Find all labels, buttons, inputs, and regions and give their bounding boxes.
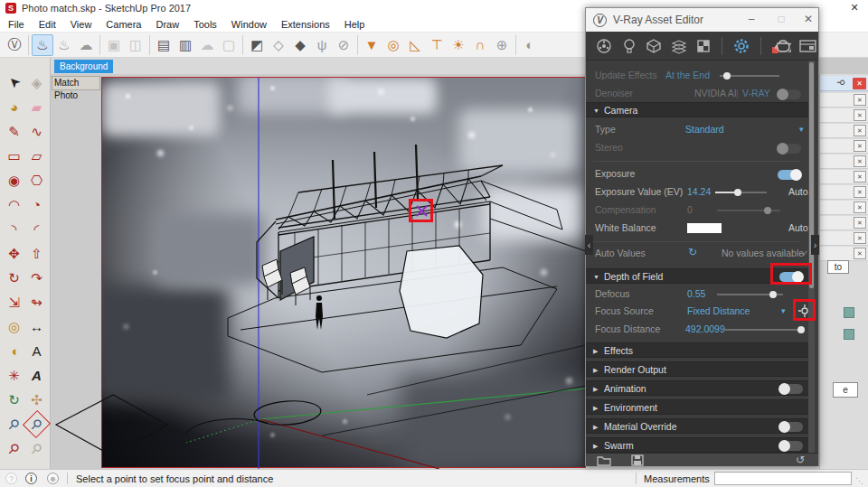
tool-axes[interactable]: ✳ (3, 363, 25, 388)
tool-two-point-arc[interactable]: ◠ (3, 192, 25, 217)
tool-previous[interactable]: ⚲ (20, 432, 53, 465)
vray-expand-left-arrow[interactable]: ‹ (585, 235, 593, 255)
tray-close-button[interactable]: ✕ (853, 78, 866, 89)
mesh-light-icon[interactable]: ⊕ (491, 34, 513, 56)
cloud-gallery-icon[interactable]: ☁ (196, 34, 218, 56)
render-output-section-header[interactable]: ▶ Render Output (586, 361, 808, 377)
collapsed-panel[interactable]: ✕ (820, 216, 868, 230)
vray-expand-right-arrow[interactable]: › (811, 235, 819, 255)
render-icon[interactable]: ♨ (32, 34, 53, 56)
panel-close-button[interactable]: ✕ (854, 232, 866, 244)
clipper-icon[interactable]: ⊘ (333, 34, 354, 56)
tool-tape-measure[interactable]: ◎ (3, 314, 25, 339)
revert-icon[interactable]: ↺ (796, 454, 805, 466)
denoiser-vray-option[interactable]: V-RAY (742, 88, 770, 98)
menu-help[interactable]: Help (344, 19, 365, 30)
scene-tab-background[interactable]: Background (54, 60, 113, 73)
tool-freehand[interactable]: ∿ (25, 119, 48, 144)
tool-text[interactable]: A (25, 339, 48, 363)
exposure-value[interactable]: 14.24 (687, 186, 711, 197)
pin-icon[interactable]: ⚲ (836, 80, 846, 86)
camera-section-header[interactable]: ▼ Camera (586, 102, 808, 117)
dialog-button-fragment[interactable]: e (833, 382, 858, 398)
sphere-light-icon[interactable]: ◎ (382, 34, 404, 56)
dome-light-icon[interactable]: ∩ (469, 34, 491, 56)
textures-icon[interactable] (669, 35, 687, 57)
collapsed-panel[interactable]: ✕ (820, 124, 868, 138)
vray-maximize-button[interactable]: □ (769, 8, 793, 31)
frame-buffer-window-icon[interactable] (798, 35, 818, 57)
compensation-value[interactable]: 0 (687, 204, 693, 215)
collapsed-panel[interactable]: ✕ (820, 170, 868, 184)
denoiser-toggle[interactable] (778, 89, 801, 99)
tool-dimensions[interactable]: ↔ (25, 314, 48, 339)
white-balance-auto-button[interactable]: Auto (788, 222, 808, 233)
viewport-render-region-icon[interactable]: ◫ (125, 34, 146, 56)
exposure-auto-button[interactable]: Auto (788, 186, 808, 197)
focus-distance-value[interactable]: 492.0099 (685, 323, 725, 334)
vray-logo-icon[interactable]: Ⓥ (4, 34, 25, 56)
tool-follow-me[interactable]: ↷ (25, 266, 48, 290)
tool-push-pull[interactable]: ⇧ (25, 241, 48, 266)
stereo-toggle[interactable] (778, 144, 801, 154)
defocus-value[interactable]: 0.55 (687, 288, 705, 299)
render-cloud-icon[interactable]: ☁ (75, 34, 97, 56)
swarm-section-header[interactable]: ▶ Swarm (586, 437, 808, 453)
render-interactive-icon[interactable]: ♨ (53, 34, 75, 56)
tool-three-point-arc[interactable]: ◝ (3, 217, 25, 241)
collapsed-panel[interactable]: ✕ (820, 247, 868, 261)
update-effects-slider[interactable] (720, 75, 779, 77)
menu-edit[interactable]: Edit (39, 19, 56, 30)
panel-close-button[interactable]: ✕ (854, 140, 866, 152)
type-value[interactable]: Standard (685, 124, 724, 135)
geolocation-icon[interactable]: ? (5, 473, 17, 484)
vray-close-button[interactable]: ✕ (797, 8, 820, 31)
menu-tools[interactable]: Tools (193, 19, 217, 30)
focus-source-value[interactable]: Fixed Distance (687, 305, 750, 316)
tool-polygon[interactable]: ⎔ (25, 168, 48, 192)
tool-arc[interactable]: ◜ (25, 217, 48, 241)
proxy-icon[interactable]: ◇ (268, 34, 289, 56)
collapsed-panel[interactable]: ✕ (820, 185, 868, 200)
panel-close-button[interactable]: ✕ (854, 201, 866, 213)
tool-circle[interactable]: ◉ (3, 168, 25, 192)
denoiser-nvidia-option[interactable]: NVIDIA AI (694, 88, 737, 98)
material-override-section-header[interactable]: ▶ Material Override (586, 418, 808, 434)
collapsed-panel[interactable]: ✕ (820, 201, 868, 215)
vray-minimize-button[interactable]: – (740, 8, 763, 31)
menu-window[interactable]: Window (231, 19, 267, 30)
infinite-plane-icon[interactable]: ◩ (246, 34, 268, 56)
panel-close-button[interactable]: ✕ (854, 186, 866, 198)
refresh-icon[interactable]: ↻ (688, 246, 697, 258)
focus-distance-slider[interactable] (723, 329, 803, 331)
model-viewport[interactable] (51, 74, 586, 469)
collapsed-panel[interactable]: ✕ (820, 93, 868, 108)
compensation-slider[interactable] (717, 210, 780, 211)
menu-camera[interactable]: Camera (106, 19, 141, 30)
animation-section-header[interactable]: ▶ Animation (586, 380, 808, 396)
menu-draw[interactable]: Draw (156, 19, 179, 30)
open-file-icon[interactable] (597, 454, 611, 468)
rectangle-light-icon[interactable]: ▼ (361, 34, 382, 56)
focus-source-dropdown-icon[interactable]: ▾ (781, 306, 786, 315)
panel-close-button[interactable]: ✕ (854, 109, 866, 121)
white-balance-swatch[interactable] (687, 223, 722, 233)
swarm-toggle[interactable] (779, 441, 803, 451)
window-close-button[interactable]: ✕ (844, 0, 864, 15)
geometry-icon[interactable] (645, 35, 663, 57)
proxy-export-icon[interactable]: ◆ (289, 34, 311, 56)
tool-rotate[interactable]: ↻ (3, 266, 25, 290)
omni-light-icon[interactable]: ☀ (448, 34, 469, 56)
material-override-toggle[interactable] (779, 422, 803, 432)
render-teapot-icon[interactable] (770, 35, 792, 57)
spot-light-icon[interactable]: ◺ (404, 34, 426, 56)
lock-camera-icon[interactable]: ▢ (218, 34, 240, 56)
collapsed-panel[interactable]: ✕ (820, 108, 868, 123)
tool-line[interactable]: ✎ (3, 119, 25, 144)
vray-scrollbar[interactable] (808, 61, 815, 453)
fur-icon[interactable]: ψ (311, 34, 333, 56)
panel-close-button[interactable]: ✕ (854, 171, 866, 183)
measurements-input[interactable] (714, 472, 852, 485)
exposure-value-slider[interactable] (715, 192, 767, 193)
collapsed-panel[interactable]: ✕ (820, 155, 868, 169)
